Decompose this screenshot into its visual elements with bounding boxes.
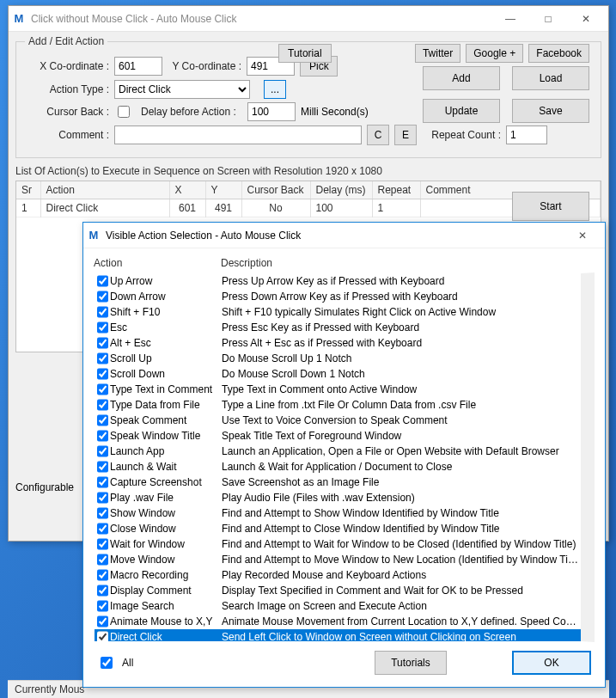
- list-item[interactable]: Animate Mouse to X,YAnimate Mouse Moveme…: [95, 614, 581, 629]
- item-action: Close Window: [110, 523, 222, 535]
- col-delay[interactable]: Delay (ms): [310, 181, 372, 199]
- minimize-icon[interactable]: —: [491, 6, 529, 32]
- update-button[interactable]: Update: [423, 99, 500, 123]
- scroll-up-icon[interactable]: ▲: [581, 273, 595, 287]
- col-action[interactable]: Action: [40, 181, 169, 199]
- list-item[interactable]: Direct ClickSend Left Click to Window on…: [95, 629, 581, 642]
- item-checkbox[interactable]: [97, 523, 108, 535]
- item-checkbox[interactable]: [97, 492, 108, 504]
- item-checkbox[interactable]: [97, 399, 108, 411]
- list-item[interactable]: Type Data from FileType a Line from .txt…: [95, 397, 581, 413]
- dialog-titlebar[interactable]: M Visible Action Selection - Auto Mouse …: [83, 223, 605, 248]
- item-checkbox[interactable]: [97, 600, 108, 612]
- item-description: Play Recorded Mouse and Keyboard Actions: [222, 569, 581, 581]
- item-description: Find and Attempt to Close Window Identif…: [222, 523, 581, 535]
- scroll-thumb[interactable]: [581, 287, 595, 628]
- main-titlebar[interactable]: M Click without Mouse Click - Auto Mouse…: [9, 6, 608, 32]
- item-action: Display Comment: [110, 585, 222, 597]
- item-action: Direct Click: [110, 631, 222, 642]
- x-input[interactable]: [114, 57, 162, 76]
- item-checkbox[interactable]: [97, 368, 108, 380]
- list-item[interactable]: Up ArrowPress Up Arrow Key as if Pressed…: [95, 273, 581, 289]
- item-checkbox[interactable]: [97, 538, 108, 550]
- list-item[interactable]: Down ArrowPress Down Arrow Key as if Pre…: [95, 289, 581, 304]
- list-item[interactable]: Speak CommentUse Text to Voice Conversio…: [95, 413, 581, 428]
- list-item[interactable]: Capture ScreenshotSave Screenshot as an …: [95, 475, 581, 490]
- cursor-back-checkbox[interactable]: [118, 106, 130, 118]
- google-button[interactable]: Google +: [466, 44, 523, 63]
- dialog-close-icon[interactable]: ✕: [564, 223, 601, 248]
- list-item[interactable]: Play .wav FilePlay Audio File (Files wit…: [95, 490, 581, 505]
- col-sr[interactable]: Sr: [16, 181, 40, 199]
- col-x[interactable]: X: [169, 181, 205, 199]
- item-checkbox[interactable]: [97, 569, 108, 581]
- action-type-more-button[interactable]: ...: [264, 80, 286, 99]
- twitter-button[interactable]: Twitter: [415, 44, 460, 63]
- item-checkbox[interactable]: [97, 461, 108, 473]
- col-repeat[interactable]: Repeat: [372, 181, 420, 199]
- item-description: Animate Mouse Movement from Current Loca…: [222, 615, 581, 628]
- tutorial-button[interactable]: Tutorial: [278, 44, 332, 63]
- add-button[interactable]: Add: [423, 66, 500, 90]
- action-list[interactable]: Up ArrowPress Up Arrow Key as if Pressed…: [94, 272, 595, 642]
- item-checkbox[interactable]: [97, 414, 108, 426]
- item-action: Speak Comment: [110, 414, 222, 426]
- all-checkbox[interactable]: [101, 657, 113, 669]
- scrollbar[interactable]: ▲ ▼: [581, 273, 595, 641]
- list-item[interactable]: Image SearchSearch Image on Screen and E…: [95, 598, 581, 614]
- item-checkbox[interactable]: [97, 507, 108, 519]
- item-checkbox[interactable]: [97, 306, 108, 318]
- load-button[interactable]: Load: [512, 66, 589, 90]
- list-item[interactable]: Scroll DownDo Mouse Scroll Down 1 Notch: [95, 366, 581, 382]
- header-description[interactable]: Description: [221, 257, 272, 269]
- facebook-button[interactable]: Facebook: [528, 44, 589, 63]
- item-description: Shift + F10 typically Simulates Right Cl…: [222, 306, 581, 318]
- list-item[interactable]: Alt + EscPress Alt + Esc as if Pressed w…: [95, 335, 581, 351]
- item-checkbox[interactable]: [97, 275, 108, 287]
- col-y[interactable]: Y: [205, 181, 241, 199]
- item-checkbox[interactable]: [97, 445, 108, 457]
- item-checkbox[interactable]: [97, 476, 108, 488]
- item-description: Send Left Click to Window on Screen with…: [222, 631, 581, 642]
- list-item[interactable]: Wait for WindowFind and Attempt to Wait …: [95, 536, 581, 552]
- item-checkbox[interactable]: [97, 430, 108, 442]
- action-type-select[interactable]: Direct Click: [114, 80, 250, 99]
- list-item[interactable]: Shift + F10Shift + F10 typically Simulat…: [95, 304, 581, 320]
- save-button[interactable]: Save: [512, 99, 589, 123]
- item-checkbox[interactable]: [97, 631, 108, 642]
- repeat-input[interactable]: [506, 126, 547, 144]
- scroll-down-icon[interactable]: ▼: [581, 628, 595, 641]
- maximize-icon[interactable]: □: [529, 6, 567, 32]
- list-item[interactable]: Show WindowFind and Attempt to Show Wind…: [95, 505, 581, 521]
- item-checkbox[interactable]: [97, 615, 108, 628]
- list-item[interactable]: Display CommentDisplay Text Specified in…: [95, 583, 581, 598]
- ok-button[interactable]: OK: [512, 651, 591, 675]
- start-button[interactable]: Start: [512, 192, 589, 221]
- item-checkbox[interactable]: [97, 337, 108, 349]
- item-description: Type Text in Comment onto Active Window: [222, 383, 581, 395]
- item-checkbox[interactable]: [97, 291, 108, 303]
- item-checkbox[interactable]: [97, 352, 108, 364]
- list-item[interactable]: Launch & WaitLaunch & Wait for Applicati…: [95, 459, 581, 475]
- social-links: Twitter Google + Facebook: [415, 44, 589, 63]
- header-action[interactable]: Action: [94, 257, 221, 269]
- list-item[interactable]: Type Text in CommentType Text in Comment…: [95, 382, 581, 397]
- item-checkbox[interactable]: [97, 585, 108, 597]
- list-item[interactable]: Close WindowFind and Attempt to Close Wi…: [95, 521, 581, 536]
- list-item[interactable]: Macro RecordingPlay Recorded Mouse and K…: [95, 567, 581, 583]
- delay-input[interactable]: [247, 102, 296, 121]
- c-button[interactable]: C: [367, 125, 389, 145]
- close-icon[interactable]: ✕: [567, 6, 605, 32]
- list-item[interactable]: EscPress Esc Key as if Pressed with Keyb…: [95, 320, 581, 335]
- list-item[interactable]: Scroll UpDo Mouse Scroll Up 1 Notch: [95, 351, 581, 366]
- col-cursor[interactable]: Cursor Back: [241, 181, 310, 199]
- comment-input[interactable]: [114, 126, 362, 144]
- list-item[interactable]: Speak Window TitleSpeak Title Text of Fo…: [95, 428, 581, 444]
- tutorials-button[interactable]: Tutorials: [375, 651, 447, 675]
- item-checkbox[interactable]: [97, 554, 108, 566]
- item-checkbox[interactable]: [97, 321, 108, 334]
- list-item[interactable]: Move WindowFind and Attempt to Move Wind…: [95, 552, 581, 567]
- list-item[interactable]: Launch AppLaunch an Application, Open a …: [95, 444, 581, 459]
- e-button[interactable]: E: [394, 125, 417, 145]
- item-checkbox[interactable]: [97, 383, 108, 395]
